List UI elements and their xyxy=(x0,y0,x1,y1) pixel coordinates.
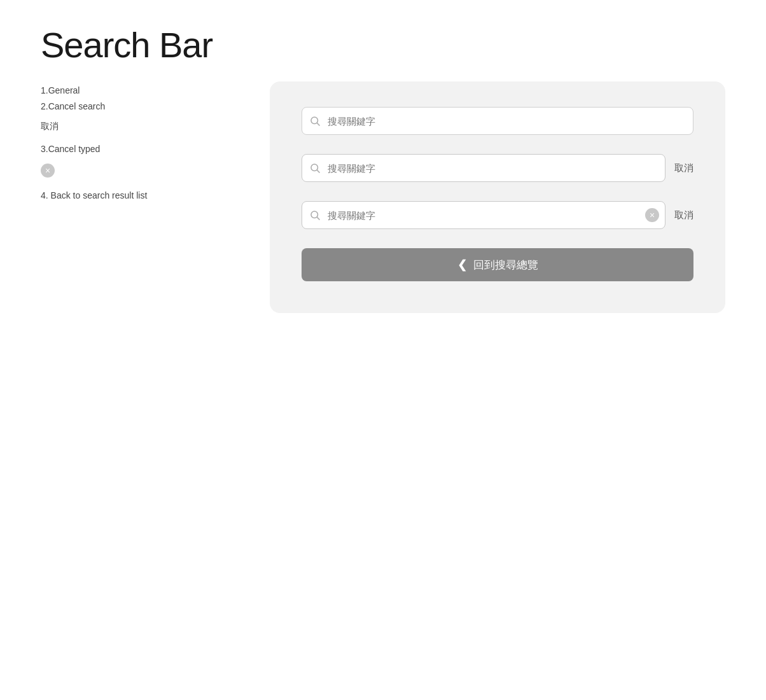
search-row-clear: 取消 xyxy=(302,201,693,229)
search-input-3[interactable] xyxy=(302,201,665,229)
cancel-button-3[interactable]: 取消 xyxy=(674,209,693,221)
clear-icon[interactable] xyxy=(645,208,659,222)
left-panel: 1.General 2.Cancel search 取消 3.Cancel ty… xyxy=(41,83,263,204)
search-row-cancel: 取消 xyxy=(302,154,693,182)
search-input-2[interactable] xyxy=(302,154,665,182)
back-button-label: 回到搜尋總覽 xyxy=(473,258,538,272)
search-row-general xyxy=(302,107,693,135)
chevron-left-icon: ❮ xyxy=(457,258,467,272)
search-input-wrapper-3 xyxy=(302,201,665,229)
search-input-wrapper-1 xyxy=(302,107,693,135)
cancel-button-2[interactable]: 取消 xyxy=(674,162,693,174)
search-input-wrapper-2 xyxy=(302,154,665,182)
right-panel: 取消 取消 ❮ 回到搜尋總覽 xyxy=(270,81,725,313)
cancel-typed-icon[interactable] xyxy=(41,164,55,178)
item-cancel-search: 2.Cancel search xyxy=(41,99,263,115)
cancel-typed-icon-wrapper xyxy=(41,161,263,178)
cancel-search-label: 取消 xyxy=(41,118,263,134)
search-input-1[interactable] xyxy=(302,107,693,135)
page-title: Search Bar xyxy=(0,0,766,78)
item-back-to-list: 4. Back to search result list xyxy=(41,188,263,204)
back-to-search-button[interactable]: ❮ 回到搜尋總覽 xyxy=(302,248,693,281)
item-general: 1.General xyxy=(41,83,263,99)
item-cancel-typed: 3.Cancel typed xyxy=(41,141,263,157)
